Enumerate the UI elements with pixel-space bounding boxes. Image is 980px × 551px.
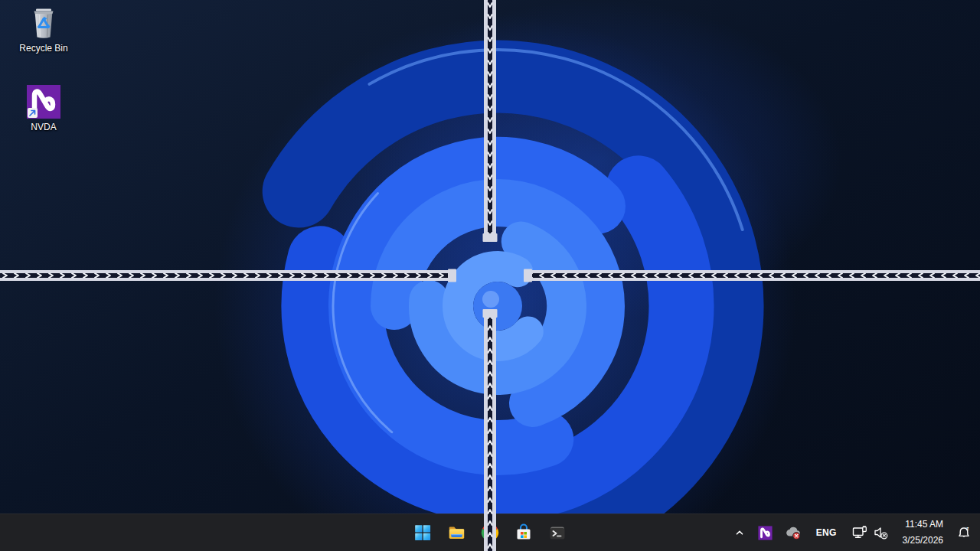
nvda-tray-icon: [758, 526, 773, 540]
svg-text:z: z: [966, 526, 969, 531]
taskbar-tray: ENG 11:45 AM 3/25/2026: [728, 514, 977, 551]
crosshair-band-left: [0, 270, 456, 281]
volume-muted-icon: [873, 525, 890, 540]
taskbar-button-microsoft-store[interactable]: [508, 517, 539, 548]
store-bag-icon: [514, 523, 533, 542]
onedrive-error-icon: [785, 525, 802, 540]
desktop-icon-nvda[interactable]: NVDA: [11, 84, 77, 132]
terminal-icon: [548, 523, 567, 542]
desktop-icon-label: Recycle Bin: [19, 43, 67, 54]
nvda-logo-icon: [26, 84, 61, 119]
clock-time: 11:45 AM: [905, 519, 943, 530]
desktop: Recycle Bin NVDA: [0, 0, 980, 551]
language-indicator[interactable]: ENG: [808, 517, 844, 548]
bell-dnd-icon: z: [956, 525, 972, 540]
language-label: ENG: [816, 527, 837, 538]
desktop-icon-recycle-bin[interactable]: Recycle Bin: [11, 5, 77, 54]
desktop-icon-label: NVDA: [31, 122, 56, 132]
crosshair-band-right: [524, 270, 980, 281]
crosshair-band-top: [484, 0, 496, 242]
folder-icon: [446, 523, 466, 543]
taskbar-button-start[interactable]: [407, 517, 438, 548]
clock[interactable]: 11:45 AM 3/25/2026: [897, 517, 949, 548]
network-display-icon: [851, 525, 868, 540]
nvda-tray-button[interactable]: [753, 517, 778, 548]
chevron-up-icon: [733, 527, 746, 539]
taskbar-button-terminal[interactable]: [542, 517, 573, 548]
crosshair-band-bottom: [484, 309, 496, 551]
shortcut-arrow-icon: [28, 108, 38, 118]
notification-center-button[interactable]: z: [951, 517, 977, 548]
clock-date: 3/25/2026: [903, 535, 943, 546]
hidden-icons-button[interactable]: [728, 517, 751, 548]
onedrive-tray-button[interactable]: [779, 517, 807, 548]
taskbar-button-file-explorer[interactable]: [441, 517, 472, 548]
system-indicators-button[interactable]: [846, 517, 895, 548]
windows-start-icon: [413, 523, 432, 542]
recycle-bin-icon: [27, 5, 60, 41]
